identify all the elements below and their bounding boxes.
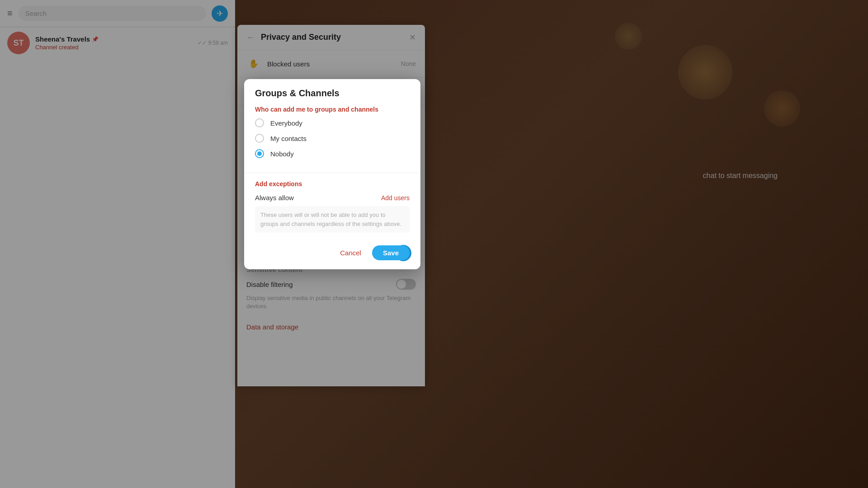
exceptions-row: Always allow Add users bbox=[255, 194, 410, 202]
radio-everybody[interactable]: Everybody bbox=[255, 118, 410, 127]
groups-channels-dialog: Groups & Channels Who can add me to grou… bbox=[244, 79, 420, 269]
radio-nobody[interactable]: Nobody bbox=[255, 149, 410, 158]
save-button[interactable]: Save bbox=[372, 245, 410, 260]
who-can-add-label: Who can add me to groups and channels bbox=[255, 106, 410, 113]
radio-my-contacts-circle bbox=[255, 134, 264, 143]
overlay-dim bbox=[0, 0, 868, 488]
radio-nobody-label: Nobody bbox=[270, 150, 294, 158]
exceptions-desc: These users will or will not be able to … bbox=[255, 206, 410, 233]
radio-everybody-circle bbox=[255, 118, 264, 127]
dialog-footer: Cancel Save bbox=[244, 240, 420, 269]
radio-everybody-label: Everybody bbox=[270, 119, 302, 127]
exceptions-title: Add exceptions bbox=[255, 180, 410, 188]
exceptions-section: Add exceptions Always allow Add users Th… bbox=[244, 173, 420, 240]
always-allow-label: Always allow bbox=[255, 194, 294, 202]
dialog-title: Groups & Channels bbox=[255, 88, 410, 99]
dialog-header: Groups & Channels Who can add me to grou… bbox=[244, 79, 420, 173]
cancel-button[interactable]: Cancel bbox=[333, 245, 368, 260]
radio-my-contacts[interactable]: My contacts bbox=[255, 134, 410, 143]
radio-nobody-circle bbox=[255, 149, 264, 158]
radio-group: Everybody My contacts Nobody bbox=[255, 118, 410, 165]
add-users-button[interactable]: Add users bbox=[381, 194, 410, 202]
radio-my-contacts-label: My contacts bbox=[270, 135, 307, 142]
